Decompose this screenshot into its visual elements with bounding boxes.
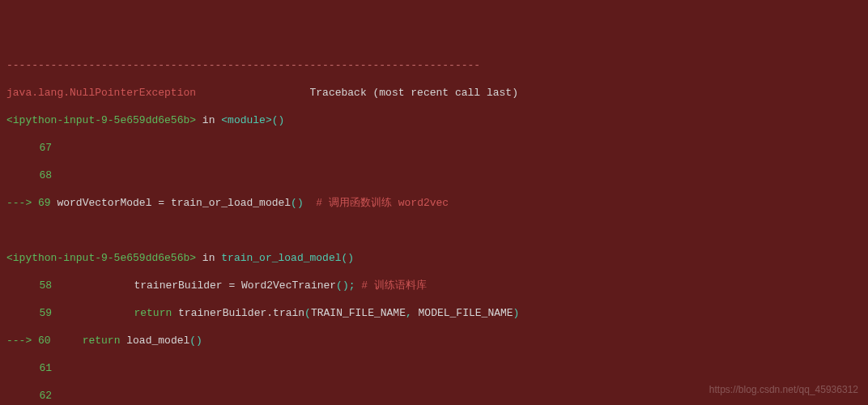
- comment: # 调用函数训练 word2vec: [304, 197, 449, 209]
- lineno: 62: [13, 389, 52, 403]
- var: trainerBuilder: [58, 279, 229, 292]
- paren: (): [291, 197, 304, 209]
- code-line-58: 58 trainerBuilder = Word2VecTrainer(); #…: [6, 279, 862, 292]
- frame-file: <ipython-input-9-5e659dd6e56b>: [6, 114, 196, 126]
- watermark: https://blog.csdn.net/qq_45936312: [709, 383, 858, 397]
- code-line-68: 68: [6, 168, 862, 182]
- frame-file: <ipython-input-9-5e659dd6e56b>: [6, 252, 196, 264]
- lineno: 60: [38, 335, 51, 347]
- code-line-67: 67: [6, 141, 862, 155]
- lineno: 58: [13, 279, 52, 292]
- lineno: 59: [13, 306, 52, 320]
- exception-name: java.lang.NullPointerException: [6, 87, 196, 99]
- op: =: [158, 197, 164, 209]
- code-line-69: ---> 69 wordVectorModel = train_or_load_…: [6, 196, 862, 210]
- paren: (): [272, 114, 285, 126]
- in-kw: in: [202, 114, 215, 126]
- indent: [58, 307, 134, 319]
- fn: load_model: [120, 335, 189, 347]
- arrow-icon: --->: [6, 335, 38, 347]
- frame2-header: <ipython-input-9-5e659dd6e56b> in train_…: [6, 251, 862, 265]
- lineno: 69: [38, 197, 51, 209]
- frame1-header: <ipython-input-9-5e659dd6e56b> in <modul…: [6, 113, 862, 127]
- cls: Word2VecTrainer: [235, 279, 336, 292]
- arrow-icon: --->: [6, 197, 38, 209]
- code-line-59: 59 return trainerBuilder.train(TRAIN_FIL…: [6, 306, 862, 320]
- frame-loc: <module>: [221, 114, 271, 126]
- blank: [6, 224, 862, 237]
- code-line-61: 61: [6, 361, 862, 375]
- arg: MODEL_FILE_NAME: [412, 307, 513, 319]
- traceback-label: Traceback (most recent call last): [309, 87, 517, 99]
- comment: # 训练语料库: [355, 279, 427, 292]
- kw: return: [83, 335, 121, 347]
- paren: (: [304, 307, 311, 319]
- separator: ----------------------------------------…: [6, 58, 862, 72]
- kw: return: [134, 307, 172, 319]
- method: train: [273, 307, 304, 319]
- lineno: 61: [13, 361, 52, 375]
- dot: .: [266, 307, 273, 319]
- var: wordVectorModel: [57, 197, 158, 209]
- exception-header: java.lang.NullPointerException Traceback…: [6, 86, 862, 100]
- var: trainerBuilder: [172, 307, 266, 319]
- paren: (): [342, 252, 355, 264]
- in-kw: in: [202, 252, 215, 264]
- paren: (): [189, 335, 202, 347]
- paren: ();: [336, 279, 355, 292]
- lineno: 67: [13, 141, 52, 155]
- fn: train_or_load_model: [164, 197, 291, 209]
- comma: ,: [406, 307, 412, 319]
- arg: TRAIN_FILE_NAME: [311, 307, 406, 319]
- frame-loc: train_or_load_model: [221, 252, 341, 264]
- lineno: 68: [13, 168, 52, 182]
- paren: ): [513, 307, 520, 319]
- indent: [57, 335, 82, 347]
- code-line-60: ---> 60 return load_model(): [6, 334, 862, 347]
